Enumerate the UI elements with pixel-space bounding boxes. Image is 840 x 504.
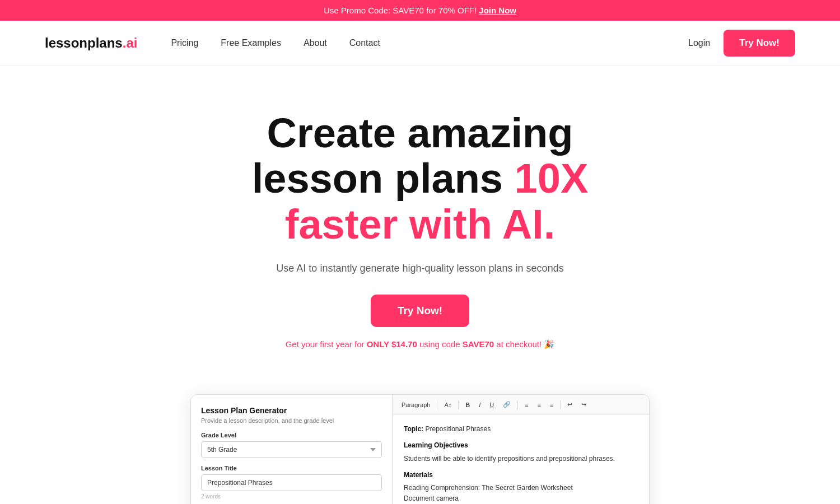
toolbar-sep-4 — [560, 400, 561, 409]
material-item: Reading Comprehension: The Secret Garden… — [404, 483, 638, 493]
hero-subtitle: Use AI to instantly generate high-qualit… — [276, 263, 563, 274]
promo-suffix: at checkout! 🎉 — [496, 339, 554, 349]
toolbar-paragraph[interactable]: Paragraph — [398, 400, 433, 410]
materials-section: Materials Reading Comprehension: The Sec… — [404, 470, 638, 504]
nav-contact[interactable]: Contact — [349, 38, 380, 48]
topic-field: Topic: Prepositional Phrases — [404, 424, 638, 435]
materials-list: Reading Comprehension: The Secret Garden… — [404, 483, 638, 504]
editor-content: Topic: Prepositional Phrases Learning Ob… — [393, 415, 649, 504]
toolbar-underline[interactable]: U — [486, 400, 497, 410]
login-link[interactable]: Login — [688, 38, 710, 48]
word-count: 2 words — [201, 493, 382, 500]
hero-title-line1: Create amazing — [267, 110, 573, 156]
promo-prefix: Get your first year for — [286, 339, 367, 349]
materials-title: Materials — [404, 470, 638, 480]
toolbar-indent[interactable]: ≡ — [547, 400, 557, 410]
hero-title-line3: faster with AI. — [285, 201, 555, 248]
left-panel: Lesson Plan Generator Provide a lesson d… — [191, 395, 393, 504]
toolbar-sep-3 — [517, 400, 518, 409]
promo-code: SAVE70 — [463, 339, 494, 349]
learning-objectives-section: Learning Objectives Students will be abl… — [404, 440, 638, 464]
promo-amount: ONLY $14.70 — [367, 339, 417, 349]
toolbar-sep-1 — [437, 400, 437, 409]
toolbar-redo[interactable]: ↪ — [578, 399, 590, 410]
material-item: Document camera — [404, 493, 638, 504]
promo-text: Use Promo Code: SAVE70 for 70% OFF! — [324, 6, 477, 15]
logo-text: lessonplans — [45, 35, 123, 50]
editor-toolbar: Paragraph A↕ B I U 🔗 ≡ ≡ ≡ ↩ ↪ — [393, 395, 649, 415]
hero-section: Create amazing lesson plans 10X faster w… — [0, 66, 840, 372]
toolbar-italic[interactable]: I — [475, 400, 484, 410]
toolbar-list-bullet[interactable]: ≡ — [521, 400, 531, 410]
nav-pricing[interactable]: Pricing — [171, 38, 198, 48]
hero-title-10x: 10X — [515, 155, 589, 202]
promo-offer-text: Get your first year for ONLY $14.70 usin… — [286, 339, 555, 349]
try-now-button-nav[interactable]: Try Now! — [724, 30, 795, 57]
learning-objectives-title: Learning Objectives — [404, 440, 638, 451]
try-now-button-hero[interactable]: Try Now! — [371, 295, 469, 327]
toolbar-undo[interactable]: ↩ — [564, 399, 576, 410]
toolbar-link[interactable]: 🔗 — [500, 399, 514, 410]
learning-objectives-text: Students will be able to identify prepos… — [404, 454, 638, 464]
hero-title: Create amazing lesson plans 10X faster w… — [252, 110, 589, 247]
panel-description: Provide a lesson description, and the gr… — [201, 417, 382, 424]
panel-title: Lesson Plan Generator — [201, 406, 382, 415]
topic-label: Topic: — [404, 425, 423, 433]
promo-join-link[interactable]: Join Now — [479, 6, 516, 15]
nav-free-examples[interactable]: Free Examples — [221, 38, 281, 48]
nav-links: Pricing Free Examples About Contact — [171, 38, 688, 48]
grade-label: Grade Level — [201, 432, 382, 438]
toolbar-bold[interactable]: B — [462, 400, 473, 410]
toolbar-font-size[interactable]: A↕ — [441, 400, 455, 410]
right-panel: Paragraph A↕ B I U 🔗 ≡ ≡ ≡ ↩ ↪ Topic: Pr… — [393, 395, 649, 504]
topic-value: Prepositional Phrases — [425, 425, 491, 433]
preview-container: Lesson Plan Generator Provide a lesson d… — [190, 394, 650, 504]
app-preview-section: Lesson Plan Generator Provide a lesson d… — [0, 372, 840, 504]
grade-select[interactable]: 5th Grade — [201, 441, 382, 458]
lesson-title-input[interactable] — [201, 474, 382, 491]
promo-middle: using code — [419, 339, 463, 349]
toolbar-list-ordered[interactable]: ≡ — [534, 400, 544, 410]
navbar: lessonplans.ai Pricing Free Examples Abo… — [0, 21, 840, 66]
promo-banner: Use Promo Code: SAVE70 for 70% OFF! Join… — [0, 0, 840, 21]
logo[interactable]: lessonplans.ai — [45, 35, 137, 51]
logo-suffix: .ai — [123, 35, 138, 50]
hero-title-line2: lesson plans — [252, 155, 503, 202]
lesson-title-label: Lesson Title — [201, 465, 382, 472]
nav-about[interactable]: About — [304, 38, 327, 48]
nav-right: Login Try Now! — [688, 30, 795, 57]
toolbar-sep-2 — [458, 400, 459, 409]
